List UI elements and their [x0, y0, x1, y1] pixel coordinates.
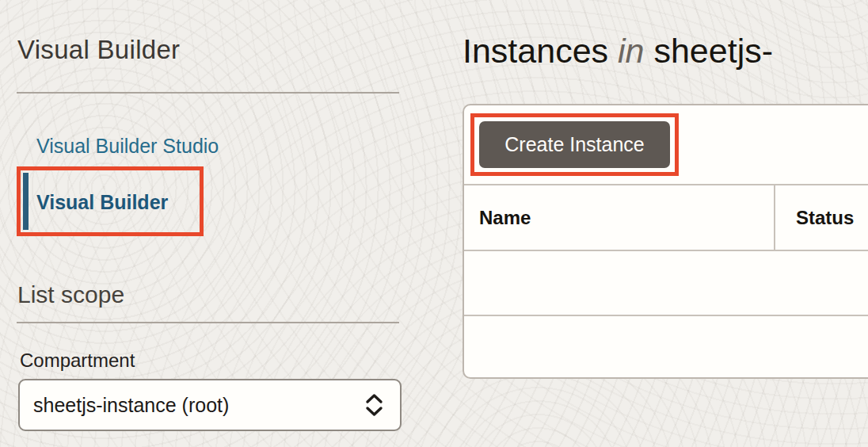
selected-item-indicator-bar	[23, 173, 29, 230]
sidebar-section-title: Visual Builder	[17, 35, 180, 65]
table-row	[464, 250, 868, 315]
list-scope-title: List scope	[17, 281, 124, 308]
instances-toolbar: Create Instance	[464, 105, 868, 184]
column-header-status: Status	[775, 185, 868, 250]
list-scope-divider	[17, 322, 399, 323]
compartment-select-value: sheetjs-instance (root)	[33, 394, 364, 417]
instances-table-header: Name Status	[464, 184, 868, 250]
sidebar: Visual Builder Visual Builder Studio Vis…	[0, 0, 434, 447]
instances-panel: Create Instance Name Status	[463, 104, 868, 379]
page-title-scope: sheetjs-	[653, 32, 773, 70]
compartment-label: Compartment	[20, 350, 135, 372]
annotation-highlight-create-instance: Create Instance	[470, 113, 679, 176]
page-title: Instances in sheetjs-	[463, 32, 773, 71]
table-row	[464, 315, 868, 377]
page-title-prefix: Instances	[463, 32, 608, 70]
up-down-chevron-icon	[364, 393, 384, 417]
column-header-name: Name	[464, 185, 775, 250]
sidebar-item-visual-builder[interactable]: Visual Builder	[36, 191, 168, 214]
page-title-connector: in	[618, 32, 644, 70]
compartment-select[interactable]: sheetjs-instance (root)	[18, 379, 402, 431]
sidebar-divider	[17, 92, 399, 94]
sidebar-item-visual-builder-studio[interactable]: Visual Builder Studio	[36, 135, 219, 158]
create-instance-button[interactable]: Create Instance	[479, 121, 670, 168]
